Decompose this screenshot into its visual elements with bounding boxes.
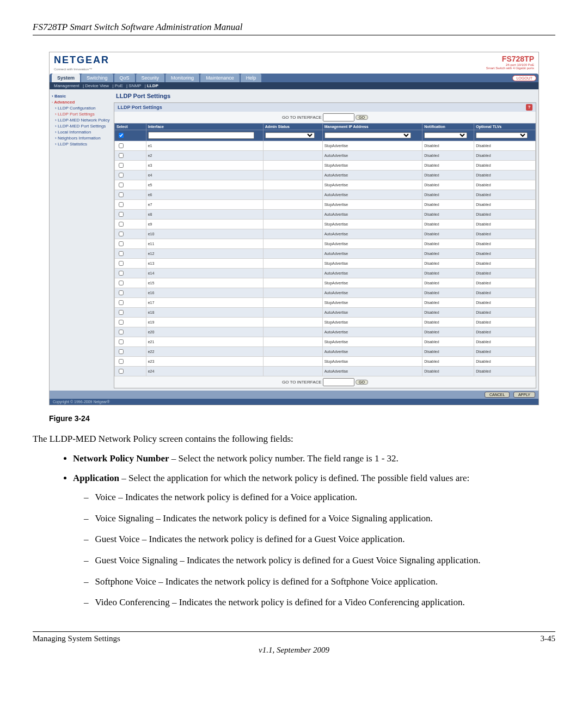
cell-optional-tlvs: Disabled: [474, 249, 536, 259]
cell-interface: e18: [146, 308, 263, 318]
table-row: e2AutoAdvertiseDisabledDisabled: [115, 151, 536, 161]
sidebar-lldp-med-network-policy[interactable]: › LLDP-MED Network Policy: [55, 118, 112, 123]
filter-admin-status[interactable]: [265, 132, 315, 138]
table-row: e9StopAdvertiseDisabledDisabled: [115, 220, 536, 229]
cell-mgmt-ip: AutoAdvertise: [322, 367, 422, 376]
go-button-bottom[interactable]: GO: [356, 380, 368, 385]
filter-optional-tlvs[interactable]: [476, 132, 528, 138]
table-row: e11StopAdvertiseDisabledDisabled: [115, 239, 536, 249]
tab-monitoring[interactable]: Monitoring: [166, 74, 199, 82]
sidebar-lldp-config[interactable]: › LLDP Configuration: [55, 106, 112, 111]
intro-text: The LLDP-MED Network Policy screen conta…: [33, 433, 555, 446]
subtab-lldp[interactable]: LLDP: [147, 83, 158, 88]
cell-mgmt-ip: AutoAdvertise: [322, 269, 422, 278]
subtab-management[interactable]: Management: [54, 83, 79, 88]
sidebar-local-information[interactable]: › Local Information: [55, 130, 112, 135]
cell-interface: e9: [146, 220, 263, 229]
figure-caption: Figure 3-24: [49, 414, 555, 423]
sidebar-lldp-statistics[interactable]: › LLDP Statistics: [55, 142, 112, 147]
logout-button[interactable]: LOGOUT: [512, 75, 536, 81]
subtab-deviceview[interactable]: Device View: [85, 83, 109, 88]
cell-mgmt-ip: AutoAdvertise: [322, 171, 422, 180]
col-interface: Interface: [146, 124, 263, 130]
cell-admin-status: [263, 357, 322, 367]
row-select-checkbox[interactable]: [119, 300, 124, 305]
row-select-checkbox[interactable]: [119, 232, 124, 236]
filter-notification[interactable]: [424, 132, 467, 138]
row-select-checkbox[interactable]: [119, 222, 124, 227]
row-select-checkbox[interactable]: [119, 163, 124, 168]
tab-system[interactable]: System: [52, 74, 80, 82]
go-button-top[interactable]: GO: [356, 115, 368, 120]
cell-mgmt-ip: StopAdvertise: [322, 357, 422, 367]
table-row: e3StopAdvertiseDisabledDisabled: [115, 161, 536, 171]
cell-admin-status: [263, 210, 322, 220]
tab-help[interactable]: Help: [241, 74, 262, 82]
row-select-checkbox[interactable]: [119, 173, 124, 178]
cell-mgmt-ip: AutoAdvertise: [322, 308, 422, 318]
row-select-checkbox[interactable]: [119, 310, 124, 315]
goto-interface-input-bottom[interactable]: [323, 378, 354, 386]
cell-notification: Disabled: [422, 239, 474, 249]
cell-notification: Disabled: [422, 269, 474, 278]
row-select-checkbox[interactable]: [119, 369, 124, 374]
filter-interface[interactable]: [148, 132, 254, 139]
row-select-checkbox[interactable]: [119, 339, 124, 344]
row-select-checkbox[interactable]: [119, 143, 124, 148]
table-row: e5StopAdvertiseDisabledDisabled: [115, 180, 536, 190]
row-select-checkbox[interactable]: [119, 330, 124, 334]
cell-notification: Disabled: [422, 190, 474, 200]
row-select-checkbox[interactable]: [119, 359, 124, 364]
row-select-checkbox[interactable]: [119, 192, 124, 197]
cell-admin-status: [263, 180, 322, 190]
sidebar-advanced[interactable]: · Advanced: [52, 100, 112, 105]
row-select-checkbox[interactable]: [119, 202, 124, 207]
subtab-poe[interactable]: PoE: [115, 83, 123, 88]
row-select-checkbox[interactable]: [119, 261, 124, 266]
row-select-checkbox[interactable]: [119, 251, 124, 256]
cell-optional-tlvs: Disabled: [474, 239, 536, 249]
field-application: Application – Select the application for…: [73, 472, 555, 609]
select-all-checkbox[interactable]: [119, 133, 124, 138]
cell-mgmt-ip: StopAdvertise: [322, 318, 422, 327]
cell-optional-tlvs: Disabled: [474, 298, 536, 308]
cell-notification: Disabled: [422, 278, 474, 288]
table-row: e4AutoAdvertiseDisabledDisabled: [115, 171, 536, 180]
cell-notification: Disabled: [422, 308, 474, 318]
cell-admin-status: [263, 229, 322, 239]
cell-interface: e19: [146, 318, 263, 327]
tab-security[interactable]: Security: [136, 74, 165, 82]
cell-optional-tlvs: Disabled: [474, 210, 536, 220]
cell-mgmt-ip: StopAdvertise: [322, 337, 422, 347]
brand-logo: NETGEAR: [54, 54, 109, 65]
row-select-checkbox[interactable]: [119, 241, 124, 246]
cancel-button[interactable]: CANCEL: [485, 392, 510, 398]
filter-mgmt-ip[interactable]: [324, 132, 411, 138]
tab-maintenance[interactable]: Maintenance: [200, 74, 240, 82]
row-select-checkbox[interactable]: [119, 182, 124, 187]
row-select-checkbox[interactable]: [119, 290, 124, 295]
row-select-checkbox[interactable]: [119, 320, 124, 325]
field-network-policy-number: Network Policy Number – Select the netwo…: [73, 452, 555, 466]
sidebar-lldp-med-port-settings[interactable]: › LLDP-MED Port Settings: [55, 124, 112, 129]
cell-mgmt-ip: StopAdvertise: [322, 180, 422, 190]
main-tabbar: System Switching QoS Security Monitoring…: [50, 74, 538, 82]
row-select-checkbox[interactable]: [119, 349, 124, 354]
row-select-checkbox[interactable]: [119, 212, 124, 217]
sidebar-neighbors-information[interactable]: › Neighbors Information: [55, 136, 112, 141]
cell-admin-status: [263, 288, 322, 298]
goto-interface-input-top[interactable]: [323, 113, 354, 121]
subtab-snmp[interactable]: SNMP: [128, 83, 141, 88]
tab-switching[interactable]: Switching: [81, 74, 113, 82]
cell-optional-tlvs: Disabled: [474, 161, 536, 171]
cell-interface: e12: [146, 249, 263, 259]
sidebar-lldp-port-settings[interactable]: › LLDP Port Settings: [55, 112, 112, 117]
row-select-checkbox[interactable]: [119, 271, 124, 276]
cell-admin-status: [263, 337, 322, 347]
help-icon[interactable]: ?: [526, 104, 532, 111]
row-select-checkbox[interactable]: [119, 153, 124, 158]
tab-qos[interactable]: QoS: [114, 74, 135, 82]
row-select-checkbox[interactable]: [119, 281, 124, 285]
apply-button[interactable]: APPLY: [513, 392, 535, 398]
sidebar-basic[interactable]: › Basic: [52, 94, 112, 99]
